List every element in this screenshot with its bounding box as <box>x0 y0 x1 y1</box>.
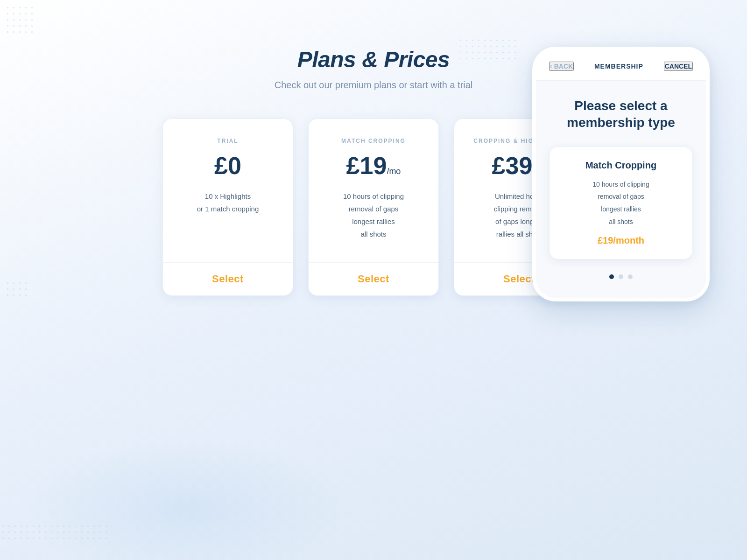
phone-plan-card: Match Cropping 10 hours of clipping remo… <box>549 147 693 259</box>
plan-feature: longest rallies <box>343 215 404 228</box>
phone-plan-feature: removal of gaps <box>561 190 681 203</box>
phone-select-title: Please select a membership type <box>549 98 693 132</box>
plan-card-trial: TRIAL £0 10 x Highlights or 1 match crop… <box>162 119 293 296</box>
phone-header: ‹ BACK MEMBERSHIP CANCEL <box>536 50 706 81</box>
phone-cancel-button[interactable]: CANCEL <box>664 62 693 71</box>
pagination-dot-3[interactable] <box>628 274 633 279</box>
phone-plan-feature: 10 hours of clipping <box>561 178 681 191</box>
plan-card-match-cropping: MATCH CROPPING £19/mo 10 hours of clippi… <box>308 119 439 296</box>
phone-body: Please select a membership type Match Cr… <box>536 81 706 298</box>
plan-feature: 10 hours of clipping <box>343 190 404 203</box>
match-cropping-select-button[interactable]: Select <box>309 262 438 295</box>
plan-price-trial: £0 <box>214 154 241 178</box>
page-subtitle: Check out our premium plans or start wit… <box>275 80 473 91</box>
plan-features-trial: 10 x Highlights or 1 match cropping <box>197 190 259 247</box>
phone-plan-price: £19/month <box>561 235 681 246</box>
phone-plan-features: 10 hours of clipping removal of gaps lon… <box>561 178 681 228</box>
plan-feature: removal of gaps <box>343 203 404 215</box>
phone-nav-title: MEMBERSHIP <box>594 63 643 70</box>
phone-back-button[interactable]: ‹ BACK <box>549 62 574 71</box>
chevron-left-icon: ‹ <box>550 63 552 70</box>
pagination-dot-2[interactable] <box>619 274 623 279</box>
phone-plan-feature: longest rallies <box>561 203 681 216</box>
page-title: Plans & Prices <box>297 47 450 72</box>
plans-row: TRIAL £0 10 x Highlights or 1 match crop… <box>152 119 595 296</box>
plan-feature: all shots <box>343 228 404 240</box>
plan-price-match-cropping: £19/mo <box>346 154 401 178</box>
plan-feature: 10 x Highlights <box>197 190 259 203</box>
plan-feature: or 1 match cropping <box>197 203 259 215</box>
pagination-dot-1[interactable] <box>609 274 614 279</box>
phone-mockup: ‹ BACK MEMBERSHIP CANCEL Please select a… <box>532 47 710 301</box>
phone-plan-name: Match Cropping <box>561 160 681 171</box>
plan-label-trial: TRIAL <box>217 138 238 144</box>
phone-pagination-dots <box>549 274 693 279</box>
trial-select-button[interactable]: Select <box>163 262 293 295</box>
plan-label-match-cropping: MATCH CROPPING <box>341 138 406 144</box>
plan-features-match-cropping: 10 hours of clipping removal of gaps lon… <box>343 190 404 247</box>
phone-plan-feature: all shots <box>561 216 681 228</box>
